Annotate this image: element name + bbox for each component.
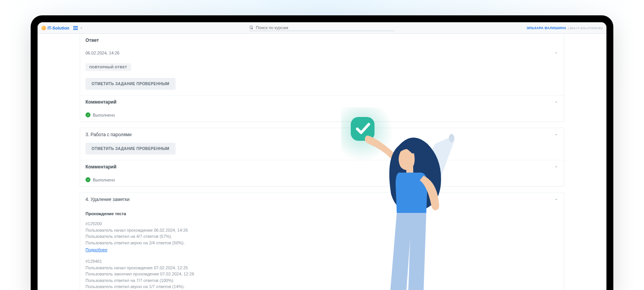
logo-text: IT-Solution [48, 26, 69, 30]
test-attempt: #129481 Пользователь начал прохождение 0… [85, 258, 559, 290]
attempt-correct: Пользователь ответил верно на 1/7 ответо… [85, 283, 559, 290]
device-frame: IT-Solution ЭЛЬЗАРА ВАЛИШИНА | B24.IT-SO… [31, 15, 613, 290]
attempt-answered: Пользователь ответил на 4/7 ответов (57%… [85, 233, 559, 240]
task-title: 4. Удаление заметки [85, 197, 130, 202]
chevron-down-icon[interactable] [554, 132, 559, 137]
attempt-answered: Пользователь ответил на 7/7 ответов (100… [85, 277, 559, 284]
task-title: 3. Работа с паролями [85, 132, 131, 137]
attempt-id: #129481 [85, 258, 559, 265]
svg-rect-0 [250, 26, 252, 29]
search-icon [249, 25, 253, 30]
retry-answer-button[interactable]: ПОВТОРНЫЙ ОТВЕТ [85, 63, 131, 71]
chevron-down-icon[interactable] [554, 165, 559, 169]
menu-toggle[interactable] [73, 26, 84, 30]
attempt-id: #129200 [85, 221, 559, 227]
test-progress-heading: Прохождение теста [85, 211, 559, 216]
chevron-down-icon [79, 26, 84, 30]
screen: IT-Solution ЭЛЬЗАРА ВАЛИШИНА | B24.IT-SO… [38, 22, 606, 290]
attempt-started: Пользователь начал прохождение 06.02.202… [85, 227, 559, 234]
search-input[interactable] [256, 25, 395, 30]
test-attempt: #129200 Пользователь начал прохождение 0… [85, 221, 559, 253]
chevron-down-icon[interactable] [554, 51, 559, 55]
user-block[interactable]: ЭЛЬЗАРА ВАЛИШИНА | B24.IT-SOLUTION.RU [527, 26, 603, 30]
status-text: Выполнено [93, 113, 115, 117]
logo[interactable]: IT-Solution [41, 26, 69, 30]
attempt-finished: Пользователь закончил прохождение 07.02.… [85, 271, 559, 277]
content: Ответ 06.02.2024, 14:26 ПОВТОРНЫЙ ОТВЕТ … [38, 34, 606, 290]
username: ЭЛЬЗАРА ВАЛИШИНА [527, 26, 567, 30]
comment-heading: Комментарий [85, 99, 117, 105]
check-icon [85, 112, 90, 117]
task-card-3: 3. Работа с паролями ОТМЕТИТЬ ЗАДАНИЕ ПР… [80, 128, 564, 186]
attempt-started: Пользователь начал прохождение 07.02.202… [85, 265, 559, 271]
topbar: IT-Solution ЭЛЬЗАРА ВАЛИШИНА | B24.IT-SO… [38, 22, 606, 34]
status-text: Выполнено [93, 178, 115, 182]
mark-checked-button[interactable]: ОТМЕТИТЬ ЗАДАНИЕ ПРОВЕРЕННЫМ [85, 78, 176, 90]
check-icon [85, 177, 90, 182]
task-card-4: 4. Удаление заметки Прохождение теста #1… [80, 193, 564, 290]
answer-heading: Ответ [85, 38, 559, 43]
search-wrap [249, 25, 395, 31]
domain-text: | B24.IT-SOLUTION.RU [568, 26, 603, 30]
answer-timestamp: 06.02.2024, 14:26 [85, 51, 120, 55]
svg-line-2 [253, 29, 253, 29]
chevron-down-icon[interactable] [554, 197, 559, 202]
mark-checked-button[interactable]: ОТМЕТИТЬ ЗАДАНИЕ ПРОВЕРЕННЫМ [85, 143, 176, 155]
hamburger-icon [73, 26, 78, 30]
attempt-correct: Пользователь ответил верно на 2/4 ответо… [85, 240, 559, 246]
comment-heading: Комментарий [85, 164, 117, 170]
task-card-2: Ответ 06.02.2024, 14:26 ПОВТОРНЫЙ ОТВЕТ … [80, 34, 564, 122]
logo-icon [41, 26, 46, 30]
details-link[interactable]: Подробнее [85, 247, 107, 252]
chevron-down-icon[interactable] [554, 100, 559, 104]
